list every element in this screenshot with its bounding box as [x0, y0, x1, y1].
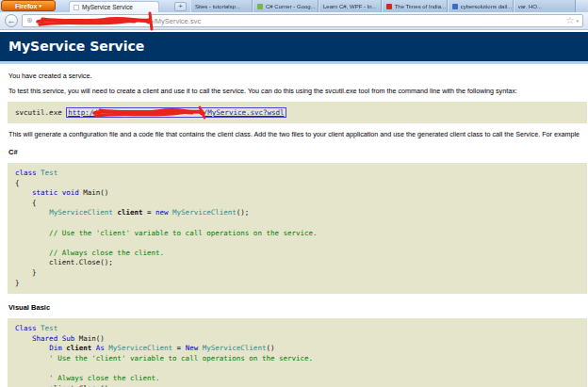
code-line: } — [15, 268, 580, 279]
wsdl-link-box: http:// /MyService.svc?wsdl — [66, 107, 286, 118]
code-line: { — [15, 179, 580, 189]
code-line: // Use the 'client' variable to call ope… — [15, 229, 580, 239]
code-line: MyServiceClient client = new MyServiceCl… — [15, 208, 580, 218]
tab-favicon-icon — [257, 4, 263, 9]
code-line: client.Close(); — [15, 258, 580, 268]
tab-label: var. HO... — [518, 4, 542, 9]
wsdl-link-suffix[interactable]: /MyService.svc?wsdl — [204, 108, 285, 117]
csharp-heading: C# — [8, 148, 580, 156]
tab-label: C# Corner - Goog... — [266, 4, 316, 9]
code-line: } — [15, 279, 580, 289]
background-tab[interactable]: var. HO... — [514, 0, 576, 12]
code-line: Class Test — [15, 324, 580, 334]
code-line: ' Always close the client. — [15, 374, 580, 384]
code-line: class Test — [15, 169, 580, 179]
vb-code-block: Class Test Shared Sub Main() Dim client … — [8, 318, 587, 387]
tab-label: Learn C#, WPF - In... — [323, 4, 377, 9]
code-line: // Always close the client. — [15, 249, 580, 259]
tab-label: The Times of India... — [395, 4, 446, 9]
tab-label: Sites - tutorialsp... — [195, 4, 240, 9]
background-tab[interactable]: The Times of India... — [382, 0, 448, 12]
code-line: { — [15, 199, 580, 209]
svcutil-command-box: svcutil.exe http:// /MyService.svc?wsdl — [8, 102, 587, 123]
url-dropdown-icon[interactable]: ▾ — [576, 18, 579, 24]
new-tab-button[interactable]: + — [174, 2, 187, 11]
page-content: MyService Service You have created a ser… — [0, 30, 588, 387]
tab-favicon-icon — [452, 4, 458, 9]
code-line: Shared Sub Main() — [15, 334, 580, 345]
csharp-code-block: class Test{ static void Main() { MyServi… — [8, 163, 587, 294]
header-accent-strip — [0, 61, 588, 64]
code-line — [15, 238, 580, 249]
tab-title: MyService Service — [82, 4, 133, 10]
code-line: ' Use the 'client' variable to call oper… — [15, 354, 580, 364]
page-title: MyService Service — [8, 39, 580, 54]
background-tab[interactable]: cybersolutions dail... — [448, 0, 514, 12]
background-tab[interactable]: C# Corner - Goog... — [253, 0, 318, 12]
background-tab[interactable]: Sites - tutorialsp... — [190, 0, 253, 12]
background-tab[interactable]: Learn C#, WPF - In... — [318, 0, 382, 12]
intro-line-2: To test this service, you will need to c… — [8, 87, 580, 95]
intro-line-1: You have created a service. — [8, 72, 580, 80]
svcutil-command-prefix: svcutil.exe — [15, 108, 66, 117]
firefox-menu-label: Firefox — [15, 3, 37, 9]
code-line: Dim client As MyServiceClient = New MySe… — [15, 344, 580, 354]
tab-favicon-icon — [386, 4, 392, 9]
page-favicon-icon — [74, 5, 79, 10]
code-line — [15, 218, 580, 229]
code-line: static void Main() — [15, 188, 580, 199]
vb-heading: Visual Basic — [8, 303, 580, 312]
url-redaction-scribble — [35, 15, 152, 26]
generate-text: This will generate a configuration file … — [8, 130, 580, 138]
wsdl-url-redaction-scribble — [98, 108, 204, 117]
address-bar[interactable]: ⊕ /MyService.svc ☆ ▾ — [22, 14, 583, 27]
background-tabs: Sites - tutorialsp...C# Corner - Goog...… — [190, 0, 588, 12]
tab-label: cybersolutions dail... — [461, 4, 512, 9]
page-header: MyService Service — [0, 32, 588, 61]
site-identity-icon: ⊕ — [26, 17, 33, 24]
navigation-bar: ← ⊕ /MyService.svc ☆ ▾ — [0, 12, 588, 30]
code-line — [15, 364, 580, 375]
chevron-down-icon: ▾ — [39, 3, 41, 8]
bookmark-star-icon[interactable]: ☆ — [566, 16, 575, 25]
back-button[interactable]: ← — [5, 14, 18, 27]
